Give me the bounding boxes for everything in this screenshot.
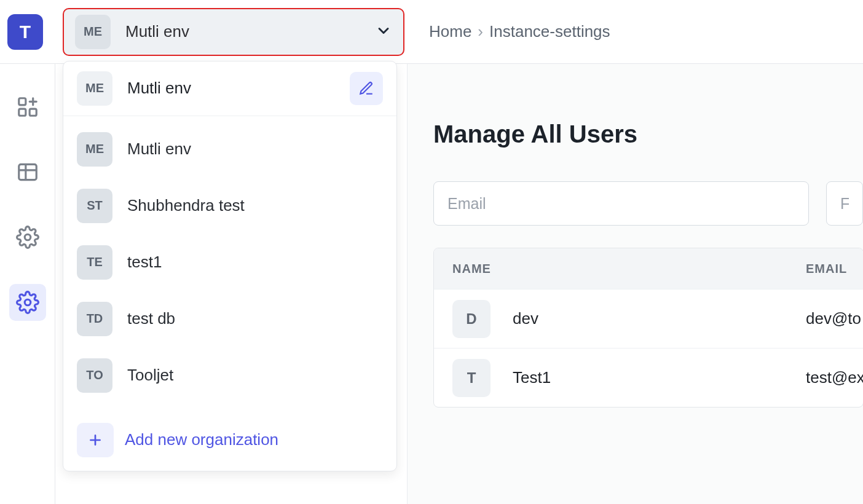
plus-icon xyxy=(77,423,114,457)
table-row[interactable]: TTest1test@ex xyxy=(434,348,863,407)
org-dropdown-item[interactable]: TOTooljet xyxy=(63,347,396,404)
org-dropdown-item-label: test1 xyxy=(127,253,162,272)
nav-settings[interactable] xyxy=(9,219,46,256)
page-title: Manage All Users xyxy=(433,120,863,148)
content-area: Manage All Users NAME EMAIL Ddevdev@toTT… xyxy=(407,64,863,504)
users-table: NAME EMAIL Ddevdev@toTTest1test@ex xyxy=(433,248,863,408)
org-avatar: TD xyxy=(77,302,112,336)
user-avatar: D xyxy=(452,300,491,338)
apps-icon xyxy=(16,95,39,119)
org-dropdown-header: ME Mutli env xyxy=(63,61,396,116)
org-selector-label: Mutli env xyxy=(125,22,375,41)
org-dropdown-item[interactable]: TDtest db xyxy=(63,291,396,347)
user-name: Test1 xyxy=(513,368,806,387)
table-row[interactable]: Ddevdev@to xyxy=(434,289,863,348)
svg-point-5 xyxy=(25,299,31,305)
org-dropdown: ME Mutli env MEMutli envSTShubhendra tes… xyxy=(63,61,397,471)
org-dropdown-current-label: Mutli env xyxy=(127,79,350,98)
svg-rect-0 xyxy=(18,98,25,105)
gear-icon xyxy=(16,226,39,249)
org-dropdown-item[interactable]: MEMutli env xyxy=(63,121,396,178)
filters xyxy=(433,181,863,226)
col-header-name: NAME xyxy=(452,262,806,276)
user-email: test@ex xyxy=(806,368,863,387)
user-email: dev@to xyxy=(806,309,861,328)
org-avatar: ME xyxy=(77,71,112,106)
app-logo[interactable]: T xyxy=(7,14,43,50)
org-dropdown-item-label: Shubhendra test xyxy=(127,196,245,215)
user-name: dev xyxy=(513,309,806,328)
first-name-filter-input[interactable] xyxy=(826,181,863,226)
org-dropdown-item-label: Tooljet xyxy=(127,366,173,385)
org-avatar: ME xyxy=(75,15,111,49)
breadcrumb-home[interactable]: Home xyxy=(429,22,471,41)
breadcrumb-current: Instance-settings xyxy=(489,22,610,41)
table-icon xyxy=(16,160,39,184)
breadcrumb-separator: › xyxy=(478,22,483,41)
svg-rect-2 xyxy=(30,109,36,116)
user-avatar: T xyxy=(452,359,491,397)
table-header: NAME EMAIL xyxy=(434,248,863,289)
gear-icon xyxy=(16,291,39,314)
add-organization-button[interactable]: Add new organization xyxy=(63,409,396,471)
breadcrumb: Home › Instance-settings xyxy=(429,22,610,41)
org-avatar: TO xyxy=(77,358,112,393)
org-avatar: TE xyxy=(77,245,112,280)
org-selector[interactable]: ME Mutli env xyxy=(63,8,404,56)
nav-tables[interactable] xyxy=(9,154,46,191)
nav-instance-settings[interactable] xyxy=(9,284,46,321)
topbar: T ME Mutli env ME Mutli env MEMutli envS… xyxy=(0,0,863,64)
sidenav xyxy=(0,64,55,504)
col-header-email: EMAIL xyxy=(806,262,847,276)
pencil-icon xyxy=(358,81,374,96)
email-filter-input[interactable] xyxy=(433,181,809,226)
org-selector-wrap: ME Mutli env ME Mutli env MEMutli envSTS… xyxy=(63,8,404,56)
add-organization-label: Add new organization xyxy=(125,430,278,449)
svg-point-4 xyxy=(25,234,31,240)
org-dropdown-item-label: Mutli env xyxy=(127,140,191,159)
org-dropdown-list: MEMutli envSTShubhendra testTEtest1TDtes… xyxy=(63,116,396,409)
org-dropdown-item-label: test db xyxy=(127,309,175,328)
chevron-down-icon xyxy=(375,22,392,42)
org-dropdown-item[interactable]: TEtest1 xyxy=(63,234,396,291)
svg-rect-3 xyxy=(18,164,36,179)
svg-rect-1 xyxy=(18,109,25,116)
org-avatar: ST xyxy=(77,189,112,223)
edit-org-button[interactable] xyxy=(350,72,383,105)
org-avatar: ME xyxy=(77,132,112,167)
org-dropdown-item[interactable]: STShubhendra test xyxy=(63,178,396,234)
nav-apps[interactable] xyxy=(9,89,46,125)
